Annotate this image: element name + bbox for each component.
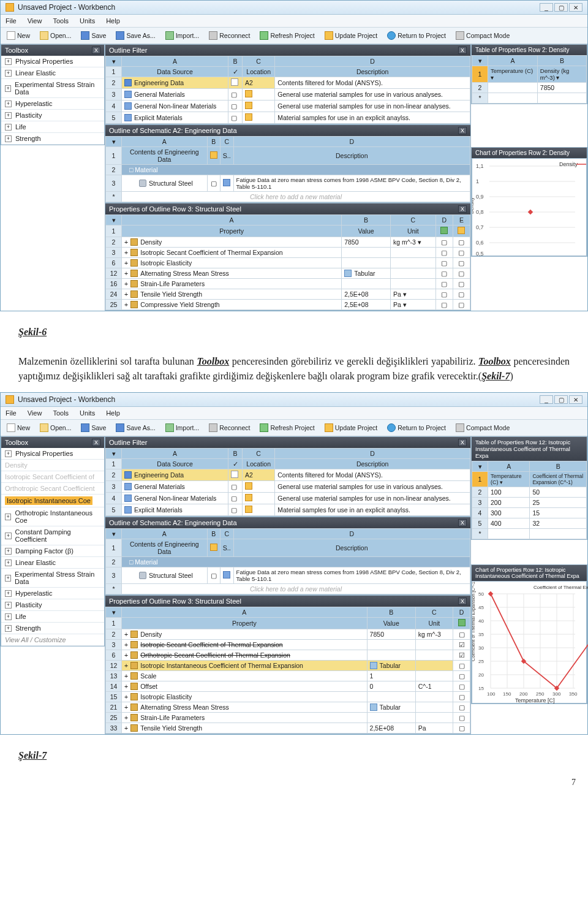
table-props-grid[interactable]: ▾AB 1Temperature (C) ▾Density (kg m^-3) … xyxy=(472,55,587,104)
menu-help[interactable]: Help xyxy=(104,16,123,26)
minimize-button[interactable]: _ xyxy=(540,395,553,404)
panel-close-icon[interactable]: X xyxy=(458,47,467,54)
toolbox-item-selected[interactable]: Isotropic Instantaneous Coe xyxy=(1,495,104,507)
menu-tools[interactable]: Tools xyxy=(50,408,71,418)
panel-close-icon[interactable]: X xyxy=(458,127,467,134)
maximize-button[interactable]: ▢ xyxy=(554,3,568,12)
menu-help[interactable]: Help xyxy=(104,408,123,418)
toolbox-item[interactable]: +Experimental Stress Strain Data xyxy=(1,79,104,98)
table-row[interactable]: 16+Strain-Life Parameters▢▢ xyxy=(106,279,470,289)
tb-save[interactable]: Save xyxy=(77,422,110,434)
menu-file[interactable]: File xyxy=(3,16,19,26)
toolbox-item[interactable]: +Plasticity xyxy=(1,110,104,121)
table-row[interactable]: 4General Non-linear Materials▢General us… xyxy=(106,101,470,112)
toolbox-item[interactable]: +Physical Properties xyxy=(1,448,104,460)
table-row[interactable]: 25+Compressive Yield Strength2,5E+08Pa ▾… xyxy=(106,300,470,310)
table-row[interactable]: 25+Strain-Life Parameters▢ xyxy=(106,713,470,723)
table-props-grid-2[interactable]: ▾AB 1Temperature (C) ▾Coefficient of The… xyxy=(472,461,587,539)
outline-filter-grid[interactable]: ▾ABCD 1Data Source✓LocationDescription 2… xyxy=(105,56,470,124)
properties-grid-1[interactable]: ▾ABCDE 1PropertyValueUnit 2+Density7850k… xyxy=(105,214,470,310)
table-row[interactable]: 6+Isotropic Elasticity▢▢ xyxy=(106,258,470,268)
toolbox-item[interactable]: +Physical Properties xyxy=(1,56,104,67)
tb-open[interactable]: Open... xyxy=(36,422,75,434)
table-row[interactable]: 5Explicit Materials▢Material samples for… xyxy=(106,112,470,124)
tb-saveas[interactable]: Save As... xyxy=(112,29,159,42)
menu-units[interactable]: Units xyxy=(77,408,97,418)
menu-view[interactable]: View xyxy=(25,408,45,418)
table-row[interactable]: 3General Materials▢General use material … xyxy=(106,481,470,493)
table-row[interactable]: 33+Tensile Yield Strength2,5E+08Pa▢ xyxy=(106,723,470,734)
menubar[interactable]: File View Tools Units Help xyxy=(1,15,587,28)
toolbox-item[interactable]: +Plasticity xyxy=(1,599,104,611)
menu-file[interactable]: File xyxy=(3,408,19,418)
panel-close-icon[interactable]: X xyxy=(458,597,467,605)
tb-update[interactable]: Update Project xyxy=(321,422,381,434)
table-row[interactable]: 540032 xyxy=(472,518,587,529)
tb-update[interactable]: Update Project xyxy=(321,29,381,42)
tb-new[interactable]: New xyxy=(3,29,34,42)
tb-return[interactable]: Return to Project xyxy=(383,422,450,434)
table-row[interactable]: 14+Offset0C^-1▢ xyxy=(106,681,470,692)
schematic-grid-2[interactable]: ▾ABCD 1Contents of Engineering DataS..De… xyxy=(105,528,470,594)
table-row[interactable]: 3+Isotropic Secant Coefficient of Therma… xyxy=(106,248,470,258)
toolbox-item[interactable]: +Experimental Stress Strain Data xyxy=(1,569,104,588)
maximize-button[interactable]: ▢ xyxy=(554,395,568,404)
toolbox-item[interactable]: +Linear Elastic xyxy=(1,557,104,569)
table-row[interactable]: 3General Materials▢General use material … xyxy=(106,89,470,101)
tb-open[interactable]: Open... xyxy=(36,29,75,42)
properties-grid-2[interactable]: ▾ABCD 1PropertyValueUnit 2+Density7850kg… xyxy=(105,607,470,734)
table-row[interactable]: 24+Tensile Yield Strength2,5E+08Pa ▾▢▢ xyxy=(106,289,470,300)
tb-refresh[interactable]: Refresh Project xyxy=(256,422,318,434)
table-row[interactable]: 2+Density7850kg m^-3 ▾▢▢ xyxy=(106,237,470,248)
toolbox-item[interactable]: +Constant Damping Coefficient xyxy=(1,526,104,545)
table-row[interactable]: 21+Alternating Stress Mean StressTabular… xyxy=(106,702,470,713)
menu-units[interactable]: Units xyxy=(77,16,97,26)
tb-compact[interactable]: Compact Mode xyxy=(452,29,513,42)
table-row[interactable]: 6+Orthotropic Secant Coefficient of Ther… xyxy=(106,650,470,661)
toolbox-item[interactable]: +Damping Factor (β) xyxy=(1,545,104,557)
toolbox-item[interactable]: +Life xyxy=(1,611,104,623)
panel-close-icon[interactable]: X xyxy=(458,439,467,446)
table-row[interactable]: 2Engineering DataA2Contents filtered for… xyxy=(106,469,470,481)
tb-refresh[interactable]: Refresh Project xyxy=(256,29,318,42)
toolbox-item[interactable]: Density xyxy=(1,460,104,471)
table-row[interactable]: 2Engineering DataA2Contents filtered for… xyxy=(106,77,470,89)
close-button[interactable]: ✕ xyxy=(569,3,582,12)
tb-saveas[interactable]: Save As... xyxy=(112,422,159,434)
toolbox-view-all[interactable]: View All / Customize xyxy=(1,634,104,646)
table-row[interactable]: 3+Isotropic Secant Coefficient of Therma… xyxy=(106,640,470,650)
toolbox-item[interactable]: +Orthotropic Instantaneous Coe xyxy=(1,507,104,526)
tb-import[interactable]: Import... xyxy=(162,29,203,42)
toolbox-item[interactable]: +Linear Elastic xyxy=(1,67,104,79)
tb-import[interactable]: Import... xyxy=(162,422,203,434)
toolbox-item[interactable]: +Hyperelastic xyxy=(1,98,104,110)
menu-view[interactable]: View xyxy=(25,16,45,26)
tb-save[interactable]: Save xyxy=(77,29,110,42)
tb-reconnect[interactable]: Reconnect xyxy=(205,422,254,434)
toolbox-item[interactable]: +Strength xyxy=(1,133,104,145)
table-row[interactable]: 12+Isotropic Instantaneous Coefficient o… xyxy=(106,661,470,671)
table-row[interactable]: 4General Non-linear Materials▢General us… xyxy=(106,493,470,504)
close-button[interactable]: ✕ xyxy=(569,395,582,404)
outline-filter-grid-2[interactable]: ▾ABCD 1Data Source✓LocationDescription 2… xyxy=(105,448,470,516)
schematic-grid[interactable]: ▾ABCD 1Contents of Engineering DataS..De… xyxy=(105,136,470,202)
table-row[interactable]: 12+Alternating Stress Mean StressTabular… xyxy=(106,268,470,279)
table-row[interactable]: 210050 xyxy=(472,487,587,498)
toolbox-close-icon[interactable]: X xyxy=(92,47,100,54)
panel-close-icon[interactable]: X xyxy=(458,205,467,213)
tb-reconnect[interactable]: Reconnect xyxy=(205,29,254,42)
tb-new[interactable]: New xyxy=(3,422,34,434)
toolbox-item[interactable]: +Strength xyxy=(1,623,104,634)
menubar[interactable]: File View Tools Units Help xyxy=(1,407,587,420)
toolbox-item[interactable]: Orthotropic Secant Coefficient xyxy=(1,483,104,495)
tb-return[interactable]: Return to Project xyxy=(383,29,450,42)
table-row[interactable]: 320025 xyxy=(472,498,587,508)
toolbox-item[interactable]: +Life xyxy=(1,121,104,133)
minimize-button[interactable]: _ xyxy=(540,3,553,12)
table-row[interactable]: 13+Scale1▢ xyxy=(106,671,470,681)
menu-tools[interactable]: Tools xyxy=(50,16,71,26)
table-row[interactable]: 5Explicit Materials▢Material samples for… xyxy=(106,504,470,516)
toolbox-close-icon[interactable]: X xyxy=(92,439,100,446)
tb-compact[interactable]: Compact Mode xyxy=(452,422,513,434)
toolbox-item[interactable]: Isotropic Secant Coefficient of xyxy=(1,471,104,483)
